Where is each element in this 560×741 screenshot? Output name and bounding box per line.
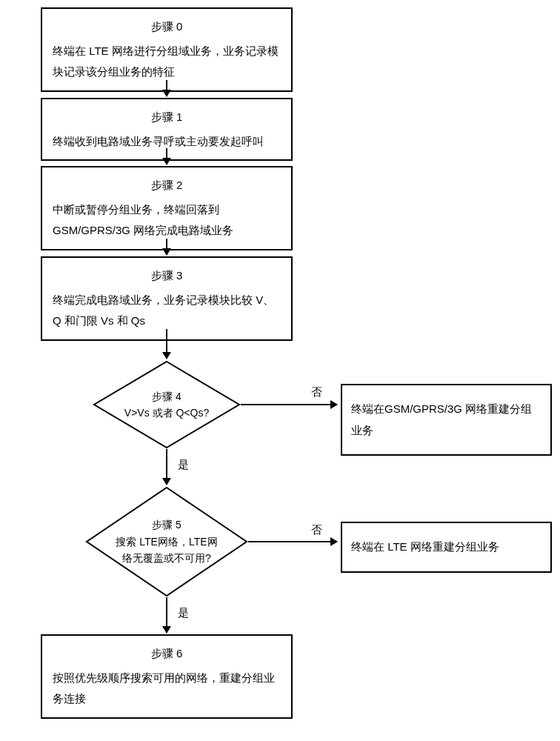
arrow-5-6 [166,597,167,633]
step4-diamond: 步骤 4 V>Vs 或者 Q<Qs? [93,360,241,449]
step5-diamond: 步骤 5 搜索 LTE网络，LTE网 络无覆盖或不可用? [85,486,248,597]
step4-no-box: 终端在GSM/GPRS/3G 网络重建分组业务 [341,384,552,456]
step0-box: 步骤 0 终端在 LTE 网络进行分组域业务，业务记录模块记录该分组业务的特征 [41,7,293,92]
step0-title: 步骤 0 [53,16,281,38]
step1-title: 步骤 1 [53,107,281,128]
step5-no-box: 终端在 LTE 网络重建分组业务 [341,522,552,573]
step6-title: 步骤 6 [53,643,281,665]
step2-text: 中断或暂停分组业务，终端回落到GSM/GPRS/3G 网络完成电路域业务 [53,199,281,242]
label-no-5: 否 [311,523,322,537]
step2-box: 步骤 2 中断或暂停分组业务，终端回落到GSM/GPRS/3G 网络完成电路域业… [41,166,293,250]
step4-text: V>Vs 或者 Q<Qs? [124,405,209,421]
step4-title: 步骤 4 [152,388,181,405]
label-yes-5: 是 [178,606,189,620]
arrow-4-no [241,404,337,405]
step6-box: 步骤 6 按照优先级顺序搜索可用的网络，重建分组业务连接 [41,634,293,719]
step3-title: 步骤 3 [53,265,281,287]
step5-line2: 络无覆盖或不可用? [122,550,211,566]
arrow-4-5 [166,449,167,485]
arrow-3-4 [166,329,167,359]
step4-no-text: 终端在GSM/GPRS/3G 网络重建分组业务 [351,399,541,441]
step5-no-text: 终端在 LTE 网络重建分组业务 [351,536,541,558]
arrow-0-1 [166,80,167,96]
step5-line1: 搜索 LTE网络，LTE网 [116,534,217,550]
step5-title: 步骤 5 [152,516,181,533]
step3-box: 步骤 3 终端完成电路域业务，业务记录模块比较 V、Q 和门限 Vs 和 Qs [41,256,293,341]
step2-title: 步骤 2 [53,175,281,196]
arrow-5-no [248,541,337,542]
arrow-2-3 [166,239,167,255]
arrow-1-2 [166,148,167,165]
label-no-4: 否 [311,385,322,399]
label-yes-4: 是 [178,458,189,472]
step6-text: 按照优先级顺序搜索可用的网络，重建分组业务连接 [53,668,281,710]
step3-text: 终端完成电路域业务，业务记录模块比较 V、Q 和门限 Vs 和 Qs [53,290,281,332]
step0-text: 终端在 LTE 网络进行分组域业务，业务记录模块记录该分组业务的特征 [53,41,281,83]
